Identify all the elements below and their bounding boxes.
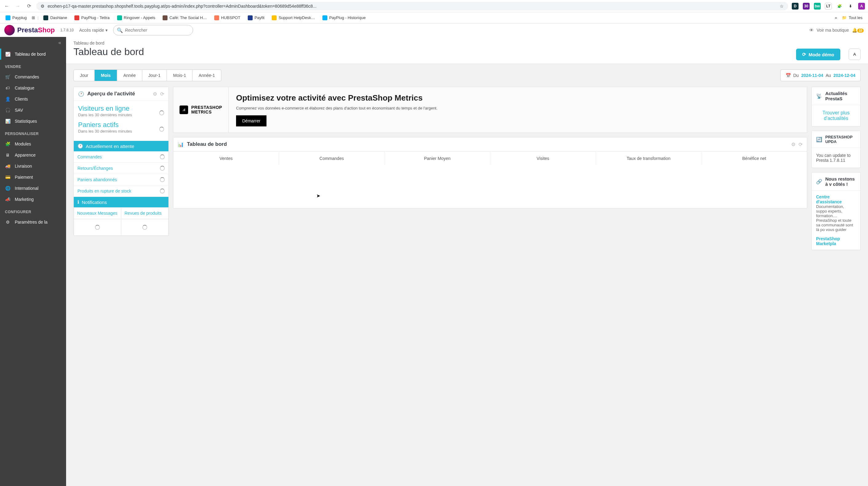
tab-profit[interactable]: Bénéfice net: [702, 152, 807, 165]
sidebar-item-payment[interactable]: 💳Paiement: [0, 172, 66, 183]
metrics-badge-icon: .ıl: [180, 106, 188, 114]
pending-abandoned-row[interactable]: Paniers abandonnés: [74, 174, 168, 185]
pending-stock-row[interactable]: Produits en rupture de stock: [74, 185, 168, 197]
ext-icon-3[interactable]: bw: [814, 3, 821, 9]
sidebar-collapse-button[interactable]: «: [0, 37, 66, 49]
sidebar-item-delivery[interactable]: 🚚Livraison: [0, 161, 66, 172]
sidebar-item-marketing[interactable]: 📣Marketing: [0, 194, 66, 205]
back-button[interactable]: ←: [3, 2, 10, 10]
gear-icon[interactable]: ⚙: [153, 91, 157, 97]
prestashop-logo[interactable]: PrestaShop: [4, 25, 55, 35]
sidebar-item-catalog[interactable]: 🏷Catalogue: [0, 82, 66, 93]
metrics-start-button[interactable]: Démarrer: [236, 115, 267, 126]
bookmark-payfit[interactable]: Payfit: [245, 14, 267, 22]
sidebar-item-appearance[interactable]: 🖥Apparence: [0, 149, 66, 161]
tab-new-messages[interactable]: Nouveaux Messages: [74, 207, 121, 219]
notifications-header: ℹ Notifications: [74, 197, 168, 207]
add-button[interactable]: A: [849, 49, 861, 60]
sidebar-item-shop-params[interactable]: ⚙Paramètres de la: [0, 217, 66, 228]
help-center-link[interactable]: Centre d'assistance: [816, 194, 856, 204]
notifications-bell[interactable]: 🔔10: [852, 28, 864, 33]
quick-access-dropdown[interactable]: Accès rapide ▾: [79, 28, 107, 33]
tab-conversion[interactable]: Taux de transformation: [596, 152, 702, 165]
bookmark-hubspot[interactable]: HUBSPOT: [212, 14, 243, 22]
tab-month-1[interactable]: Mois-1: [167, 70, 192, 81]
bookmark-dashlane[interactable]: Dashlane: [41, 14, 69, 22]
section-personalize: PERSONNALISER: [0, 127, 66, 138]
page-title: Tableau de bord: [73, 46, 861, 58]
browser-toolbar: ← → ⟳ ⚙ ecohen-p17-qa-master.prestashop.…: [0, 0, 868, 12]
bookmark-tettra[interactable]: PayPlug - Tettra: [72, 14, 112, 22]
bookmark-historique[interactable]: PayPlug - Historique: [320, 14, 368, 22]
help-description: Documentation, suppo experts, formation.…: [816, 204, 856, 232]
forward-button[interactable]: →: [14, 2, 22, 10]
extensions-icon[interactable]: 🧩: [836, 3, 843, 9]
headset-icon: 🎧: [5, 108, 10, 113]
ext-icon-2[interactable]: 30: [803, 3, 810, 9]
apps-icon[interactable]: ⊞: [32, 16, 35, 20]
monitor-icon: 🖥: [5, 152, 10, 158]
sidebar-item-modules[interactable]: 🧩Modules: [0, 138, 66, 149]
gear-icon: ⚙: [5, 220, 10, 225]
tab-day-1[interactable]: Jour-1: [142, 70, 167, 81]
download-icon[interactable]: ⬇: [847, 3, 854, 9]
view-shop-link[interactable]: Voir ma boutique: [817, 28, 849, 33]
toggle-icon: ⟳: [802, 52, 806, 57]
loading-spinner: [160, 177, 165, 182]
user-icon: 👤: [5, 96, 10, 102]
page-header: Tableau de bord Tableau de bord ⟳ Mode d…: [66, 37, 868, 64]
refresh-icon[interactable]: ⟳: [799, 142, 803, 147]
profile-avatar[interactable]: A: [858, 3, 865, 9]
eye-icon: 👁: [809, 28, 814, 33]
sidebar-item-customers[interactable]: 👤Clients: [0, 93, 66, 105]
marketplace-link[interactable]: PrestaShop Marketpla: [816, 236, 856, 246]
sidebar-item-dashboard[interactable]: 📈 Tableau de bord: [0, 49, 66, 60]
sidebar-item-label: Commandes: [15, 75, 39, 79]
sidebar-item-orders[interactable]: 🛒Commandes: [0, 72, 66, 82]
section-configure: CONFIGURER: [0, 205, 66, 217]
bookmark-helpdesk[interactable]: Support HelpDesk…: [269, 14, 317, 22]
star-icon[interactable]: ☆: [780, 4, 784, 9]
more-news-link[interactable]: Trouver plus d'actualités: [812, 105, 860, 126]
ext-icon-4[interactable]: LT: [825, 3, 832, 9]
sidebar-item-sav[interactable]: 🎧SAV: [0, 105, 66, 116]
active-carts-link[interactable]: Paniers actifs: [78, 121, 132, 129]
mouse-cursor: ➤: [316, 193, 320, 199]
gear-icon[interactable]: ⚙: [791, 142, 796, 147]
tab-month[interactable]: Mois: [95, 70, 117, 81]
cart-icon: 🛒: [5, 75, 10, 79]
pending-returns-row[interactable]: Retours/Échanges: [74, 163, 168, 174]
date-range-picker[interactable]: 📅 Du 2024-11-04 Au 2024-12-04: [780, 69, 861, 81]
all-bookmarks-folder[interactable]: 📁 Tout les: [839, 14, 865, 21]
bookmark-cafe[interactable]: Café: The Social H…: [160, 14, 209, 22]
sidebar-item-international[interactable]: 🌐International: [0, 183, 66, 194]
search-input[interactable]: [113, 25, 193, 35]
demo-mode-button[interactable]: ⟳ Mode démo: [796, 49, 840, 60]
pending-orders-row[interactable]: Commandes: [74, 151, 168, 163]
loading-spinner: [159, 127, 164, 132]
tab-avg-cart[interactable]: Panier Moyen: [384, 152, 490, 165]
url-bar[interactable]: ⚙ ecohen-p17-qa-master.prestashop.shopsh…: [36, 2, 788, 10]
tab-year[interactable]: Année: [117, 70, 142, 81]
reload-button[interactable]: ⟳: [25, 2, 33, 10]
tab-day[interactable]: Jour: [74, 70, 95, 81]
bookmark-ringover[interactable]: Ringover - Appels: [115, 14, 158, 22]
tab-orders[interactable]: Commandes: [279, 152, 385, 165]
sidebar-item-stats[interactable]: 📊Statistiques: [0, 116, 66, 127]
bookmark-payplug[interactable]: Payplug: [3, 14, 29, 22]
tab-product-reviews[interactable]: Revues de produits: [121, 207, 168, 219]
site-settings-icon[interactable]: ⚙: [40, 4, 44, 9]
tab-year-1[interactable]: Année-1: [192, 70, 221, 81]
bookmarks-overflow[interactable]: »: [835, 16, 837, 20]
upgrade-text: You can update to Presta 1.7.8.11: [816, 152, 856, 164]
tab-sales[interactable]: Ventes: [173, 152, 279, 165]
extension-icons: D 30 bw LT 🧩 ⬇ A: [792, 3, 865, 9]
sidebar-item-label: SAV: [15, 108, 23, 113]
help-title: Nous restons à v côtés !: [825, 176, 856, 187]
refresh-icon[interactable]: ⟳: [160, 91, 164, 97]
ext-icon-1[interactable]: D: [792, 3, 799, 9]
tab-visits[interactable]: Visites: [490, 152, 596, 165]
clock-icon: 🕐: [78, 91, 84, 97]
visitors-online-link[interactable]: Visiteurs en ligne: [78, 105, 132, 113]
loading-spinner: [160, 166, 165, 171]
